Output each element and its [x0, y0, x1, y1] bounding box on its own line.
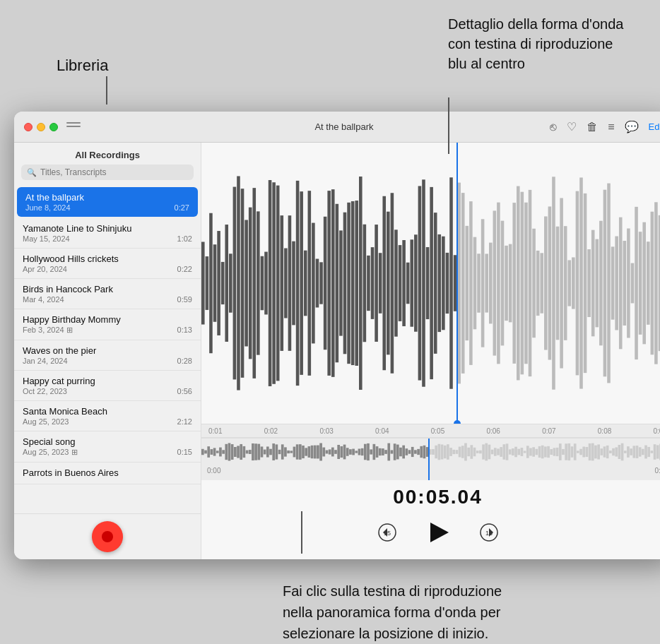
- recording-date: Jan 24, 2024: [23, 357, 68, 365]
- recording-bottom: Aug 25, 20232:12: [23, 417, 192, 426]
- time-ruler: 0:010:020:030:040:050:060:070:080:09: [201, 424, 660, 438]
- sidebar-toggle-button[interactable]: [66, 122, 81, 132]
- recording-duration: 2:12: [177, 417, 192, 426]
- recording-date: May 15, 2024: [23, 234, 70, 243]
- callout-libreria-line: [106, 76, 107, 105]
- close-button[interactable]: [24, 123, 33, 131]
- waveform-mini-container[interactable]: 0:00 0:27: [201, 438, 660, 480]
- search-icon: 🔍: [27, 168, 37, 177]
- recording-bottom: Apr 20, 20240:22: [23, 265, 192, 273]
- recording-title: Special song: [23, 436, 192, 447]
- recording-bottom: May 15, 20241:02: [23, 234, 192, 243]
- recording-duration: 0:59: [177, 295, 192, 304]
- time-label: 0:02: [264, 427, 278, 435]
- callout-bottom-label: Fai clic sulla testina di riproduzione n…: [283, 580, 523, 644]
- recording-title: At the ballpark: [25, 192, 189, 203]
- recording-bottom: Aug 25, 2023 ⊞0:15: [23, 448, 192, 457]
- recording-item[interactable]: Yamanote Line to ShinjukuMay 15, 20241:0…: [14, 218, 201, 249]
- recording-date: Mar 4, 2024: [23, 295, 64, 304]
- app-window: At the ballpark ⎋ ♡ 🗑 ≡ 💬 Edit All Recor…: [14, 112, 660, 559]
- playhead-dot: [454, 420, 461, 424]
- callout-waveform-line: [448, 97, 449, 154]
- sidebar-footer: [14, 513, 201, 559]
- rewind-button[interactable]: 15: [375, 520, 400, 545]
- sidebar-header: All Recordings: [14, 143, 201, 165]
- search-input[interactable]: [40, 167, 188, 177]
- recording-bottom: Mar 4, 20240:59: [23, 295, 192, 304]
- recording-date: Apr 20, 2024: [23, 265, 67, 273]
- recording-item[interactable]: Special songAug 25, 2023 ⊞0:15: [14, 431, 201, 463]
- sidebar: All Recordings 🔍 At the ballparkJune 8, …: [14, 143, 201, 559]
- time-label: 0:05: [431, 427, 444, 435]
- favorite-icon[interactable]: ♡: [567, 120, 577, 133]
- titlebar-actions: ⎋ ♡ 🗑 ≡ 💬 Edit: [550, 120, 660, 133]
- titlebar: At the ballpark ⎋ ♡ 🗑 ≡ 💬 Edit: [14, 112, 660, 143]
- time-label: 0:07: [542, 427, 555, 435]
- recording-duration: 0:15: [177, 448, 192, 457]
- time-label: 0:08: [598, 427, 611, 435]
- delete-icon[interactable]: 🗑: [587, 121, 598, 133]
- waveform-main-canvas[interactable]: [201, 143, 660, 424]
- waveform-main[interactable]: [201, 143, 660, 424]
- enhance-icon[interactable]: ≡: [608, 121, 614, 133]
- search-bar[interactable]: 🔍: [21, 165, 194, 180]
- transcript-icon[interactable]: 💬: [625, 120, 639, 133]
- mini-time-end: 0:27: [655, 467, 660, 475]
- time-label: 0:09: [654, 427, 661, 435]
- waveform-panel: 0:010:020:030:040:050:060:070:080:09 0:0…: [201, 143, 660, 559]
- maximize-button[interactable]: [49, 123, 58, 131]
- recording-item[interactable]: Hollywood Hills cricketsApr 20, 20240:22: [14, 249, 201, 279]
- recording-title: Santa Monica Beach: [23, 406, 192, 417]
- recording-item[interactable]: Santa Monica BeachAug 25, 20232:12: [14, 401, 201, 431]
- recording-bottom: Feb 3, 2024 ⊞0:13: [23, 326, 192, 335]
- time-label: 0:04: [375, 427, 389, 435]
- recording-item[interactable]: Happy Birthday MommyFeb 3, 2024 ⊞0:13: [14, 309, 201, 340]
- recording-bottom: Oct 22, 20230:56: [23, 387, 192, 395]
- record-button[interactable]: [92, 521, 123, 552]
- recording-title: Happy cat purring: [23, 376, 192, 386]
- recording-duration: 0:22: [177, 265, 192, 273]
- recording-date: Aug 25, 2023: [23, 417, 69, 426]
- recording-duration: 0:13: [177, 326, 192, 335]
- recordings-list: At the ballparkJune 8, 20240:27Yamanote …: [14, 186, 201, 513]
- recording-title: Happy Birthday Mommy: [23, 314, 192, 325]
- recording-title: Hollywood Hills crickets: [23, 254, 192, 264]
- time-label: 0:03: [319, 427, 333, 435]
- main-content: All Recordings 🔍 At the ballparkJune 8, …: [14, 143, 660, 559]
- mini-time-start: 0:00: [207, 467, 220, 475]
- recording-date: Feb 3, 2024 ⊞: [23, 326, 73, 335]
- time-ruler-labels: 0:010:020:030:040:050:060:070:080:09: [208, 427, 660, 435]
- waveform-mini-canvas[interactable]: [201, 439, 660, 465]
- forward-button[interactable]: 15: [476, 520, 502, 545]
- recording-title: Waves on the pier: [23, 345, 192, 356]
- recording-item[interactable]: Parrots in Buenos Aires: [14, 463, 201, 484]
- recording-date: June 8, 2024: [25, 203, 71, 212]
- callout-bottom-line: [301, 511, 302, 554]
- recording-item[interactable]: Birds in Hancock ParkMar 4, 20240:59: [14, 279, 201, 309]
- play-button[interactable]: [423, 517, 454, 548]
- traffic-lights: [24, 123, 58, 131]
- time-label: 0:06: [486, 427, 500, 435]
- recording-title: Yamanote Line to Shinjuku: [23, 223, 192, 234]
- callout-waveform-label: Dettaglio della forma d'onda con testina…: [448, 14, 632, 73]
- recording-bottom: June 8, 20240:27: [25, 203, 189, 212]
- edit-button[interactable]: Edit: [649, 121, 660, 132]
- recording-item[interactable]: At the ballparkJune 8, 20240:27: [17, 187, 198, 217]
- recording-item[interactable]: Happy cat purringOct 22, 20230:56: [14, 371, 201, 401]
- playback-controls: 15 15: [201, 511, 660, 559]
- playhead-mini[interactable]: [428, 439, 430, 480]
- play-icon: [430, 523, 449, 542]
- recording-item[interactable]: Waves on the pierJan 24, 20240:28: [14, 340, 201, 371]
- recording-duration: 0:56: [177, 387, 192, 395]
- playhead-main[interactable]: [456, 143, 458, 424]
- recording-date: Oct 22, 2023: [23, 387, 67, 395]
- recording-title: Birds in Hancock Park: [23, 284, 192, 294]
- recording-duration: 0:27: [175, 203, 189, 212]
- recording-bottom: Jan 24, 20240:28: [23, 357, 192, 365]
- window-title: At the ballpark: [314, 121, 373, 132]
- callout-libreria-label: Libreria: [57, 56, 108, 75]
- share-icon[interactable]: ⎋: [550, 121, 557, 133]
- current-time-display: 00:05.04: [201, 480, 660, 511]
- recording-title: Parrots in Buenos Aires: [23, 467, 192, 478]
- minimize-button[interactable]: [37, 123, 45, 131]
